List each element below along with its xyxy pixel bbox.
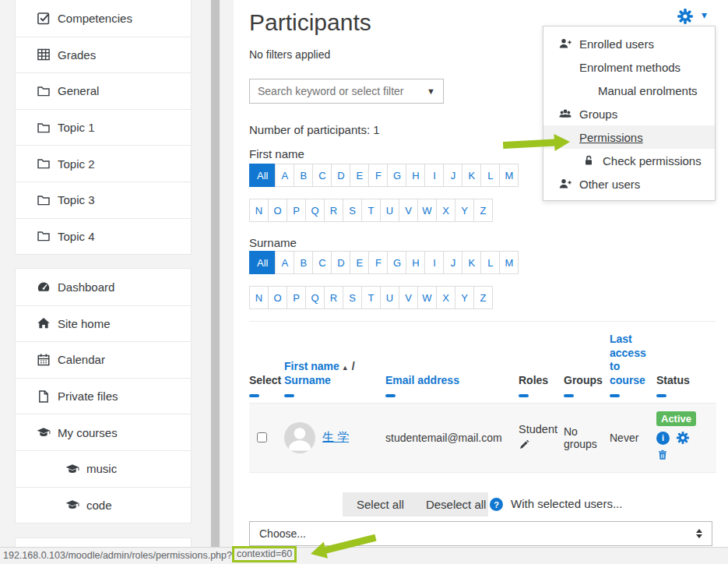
help-icon[interactable]: ? <box>490 498 503 511</box>
sidebar-item-code[interactable]: code <box>16 487 191 523</box>
surname-letter-x[interactable]: X <box>436 286 455 309</box>
first-name-letter-v[interactable]: V <box>399 199 418 222</box>
surname-letter-z[interactable]: Z <box>473 286 493 309</box>
sort-last-access-link[interactable]: Last access to course <box>610 333 646 386</box>
collapse-name-icon[interactable] <box>284 394 294 397</box>
surname-letter-j[interactable]: J <box>443 251 462 274</box>
surname-letter-b[interactable]: B <box>294 251 313 274</box>
sidebar-item-grades[interactable]: Grades <box>16 37 191 73</box>
surname-letter-c[interactable]: C <box>312 251 332 274</box>
surname-letter-a[interactable]: A <box>275 251 294 274</box>
first-name-letter-h[interactable]: H <box>406 164 425 187</box>
first-name-letter-u[interactable]: U <box>380 199 399 222</box>
first-name-letter-z[interactable]: Z <box>473 199 493 222</box>
surname-letter-t[interactable]: T <box>361 286 381 309</box>
sidebar-item-my-courses[interactable]: My courses <box>16 414 191 450</box>
sidebar-item-competencies[interactable]: Competencies <box>16 0 191 37</box>
trash-icon[interactable] <box>656 449 669 461</box>
menu-item-permissions[interactable]: Permissions <box>543 125 715 149</box>
surname-letter-e[interactable]: E <box>350 251 369 274</box>
surname-letter-k[interactable]: K <box>462 251 481 274</box>
sidebar-item-topic-4[interactable]: Topic 4 <box>16 218 191 255</box>
first-name-letter-p[interactable]: P <box>287 199 306 222</box>
surname-letter-n[interactable]: N <box>249 286 269 309</box>
sort-surname-link[interactable]: Surname <box>284 374 331 386</box>
collapse-groups-icon[interactable] <box>564 394 574 397</box>
surname-letter-l[interactable]: L <box>480 251 500 274</box>
drawer-scrollbar-track[interactable] <box>210 0 220 547</box>
first-name-letter-k[interactable]: K <box>462 164 481 187</box>
row-select-checkbox[interactable] <box>257 432 267 442</box>
surname-letter-r[interactable]: R <box>324 286 343 309</box>
with-selected-users-select[interactable]: Choose... <box>249 521 712 546</box>
first-name-letter-i[interactable]: I <box>424 164 444 187</box>
surname-letter-g[interactable]: G <box>387 251 406 274</box>
drawer-scrollbar-thumb[interactable] <box>211 0 220 547</box>
menu-item-groups[interactable]: Groups <box>543 102 715 125</box>
sort-first-name-link[interactable]: First name <box>284 360 339 372</box>
collapse-last-access-icon[interactable] <box>610 394 620 397</box>
first-name-letter-q[interactable]: Q <box>305 199 325 222</box>
collapse-select-icon[interactable] <box>249 394 259 397</box>
sidebar-item-topic-1[interactable]: Topic 1 <box>16 109 191 146</box>
sidebar-item-music[interactable]: music <box>16 450 191 487</box>
course-gear-button[interactable] <box>677 8 694 25</box>
first-name-letter-w[interactable]: W <box>417 199 437 222</box>
first-name-letter-m[interactable]: M <box>499 164 519 187</box>
surname-letter-u[interactable]: U <box>380 286 399 309</box>
first-name-letter-y[interactable]: Y <box>455 199 474 222</box>
collapse-status-icon[interactable] <box>656 394 666 397</box>
sidebar-item-general[interactable]: General <box>16 72 191 109</box>
first-name-letter-e[interactable]: E <box>350 164 369 187</box>
select-all-button[interactable]: Select all <box>357 498 404 511</box>
first-name-letter-t[interactable]: T <box>361 199 381 222</box>
sidebar-item-topic-2[interactable]: Topic 2 <box>16 145 191 182</box>
surname-letter-y[interactable]: Y <box>455 286 474 309</box>
sidebar-item-topic-3[interactable]: Topic 3 <box>16 182 191 218</box>
surname-letter-m[interactable]: M <box>499 251 519 274</box>
first-name-letter-a[interactable]: A <box>275 164 294 187</box>
surname-letter-all[interactable]: All <box>249 251 276 274</box>
menu-item-enrolled-users[interactable]: Enrolled users <box>543 32 715 55</box>
search-input[interactable] <box>250 85 427 97</box>
surname-letter-s[interactable]: S <box>343 286 362 309</box>
first-name-letter-o[interactable]: O <box>268 199 287 222</box>
surname-letter-w[interactable]: W <box>417 286 437 309</box>
avatar[interactable] <box>284 422 315 453</box>
filter-dropdown-caret-icon[interactable]: ▼ <box>427 86 443 96</box>
deselect-all-button[interactable]: Deselect all <box>426 498 487 511</box>
first-name-letter-g[interactable]: G <box>387 164 406 187</box>
first-name-letter-f[interactable]: F <box>368 164 388 187</box>
surname-letter-i[interactable]: I <box>424 251 444 274</box>
surname-letter-f[interactable]: F <box>368 251 388 274</box>
first-name-letter-b[interactable]: B <box>294 164 313 187</box>
collapse-email-icon[interactable] <box>385 394 396 397</box>
surname-letter-d[interactable]: D <box>331 251 350 274</box>
sidebar-item-private-files[interactable]: Private files <box>16 378 191 414</box>
info-icon[interactable]: i <box>656 432 670 445</box>
gear-icon[interactable] <box>676 431 690 445</box>
first-name-letter-x[interactable]: X <box>436 199 455 222</box>
first-name-letter-r[interactable]: R <box>324 199 343 222</box>
menu-item-other-users[interactable]: Other users <box>543 172 715 196</box>
menu-item-enrolment-methods[interactable]: Enrolment methods <box>543 55 715 79</box>
sidebar-item-dashboard[interactable]: Dashboard <box>16 269 191 305</box>
sidebar-item-calendar[interactable]: Calendar <box>16 341 191 378</box>
sidebar-item-site-home[interactable]: Site home <box>16 305 191 342</box>
surname-letter-q[interactable]: Q <box>305 286 325 309</box>
menu-item-check-permissions[interactable]: Check permissions <box>543 149 715 172</box>
surname-letter-v[interactable]: V <box>399 286 418 309</box>
first-name-letter-s[interactable]: S <box>343 199 362 222</box>
surname-letter-o[interactable]: O <box>268 286 287 309</box>
participants-filter-box[interactable]: ▼ <box>249 79 444 104</box>
surname-letter-p[interactable]: P <box>287 286 306 309</box>
first-name-letter-all[interactable]: All <box>249 164 276 187</box>
first-name-letter-j[interactable]: J <box>443 164 462 187</box>
collapse-roles-icon[interactable] <box>519 394 529 397</box>
first-name-letter-d[interactable]: D <box>331 164 350 187</box>
edit-icon[interactable] <box>519 439 530 450</box>
chevron-down-icon[interactable]: ▾ <box>702 9 707 21</box>
first-name-letter-n[interactable]: N <box>249 199 269 222</box>
first-name-letter-c[interactable]: C <box>312 164 332 187</box>
sort-email-link[interactable]: Email address <box>385 374 459 386</box>
